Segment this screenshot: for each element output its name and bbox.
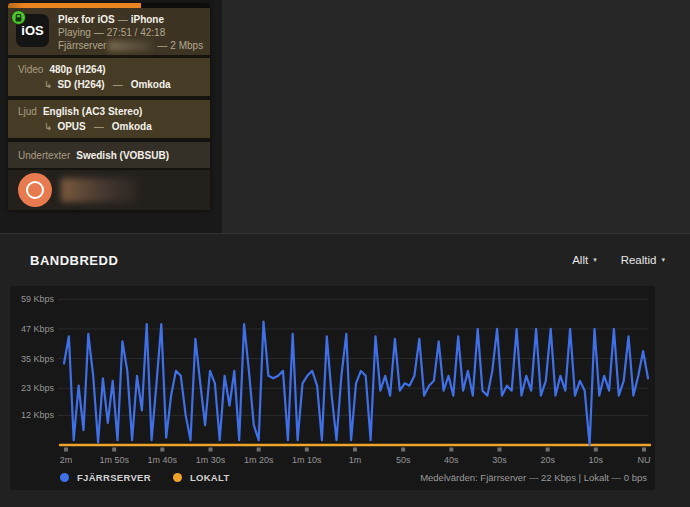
audio-source-format: English (AC3 Stereo) — [43, 105, 142, 118]
legend-label-fjarrserver: FJÄRRSERVER — [77, 472, 151, 483]
chevron-down-icon: ▾ — [593, 256, 597, 264]
separator-dash: — — [118, 14, 128, 25]
content-area-background — [222, 0, 690, 233]
bandwidth-title: BANDBREDD — [30, 253, 118, 268]
legend-dot-fjarrserver — [60, 473, 69, 482]
chart-legend: FJÄRRSERVER LOKALT — [60, 472, 242, 483]
session-user-row[interactable] — [8, 170, 210, 210]
x-tick-label: 1m 10s — [283, 455, 331, 465]
x-tick-label: 1m — [331, 455, 379, 465]
separator-dash: — — [94, 27, 104, 38]
playback-time: 27:51 / 42:18 — [107, 27, 165, 38]
audio-stream-section: Ljud English (AC3 Stereo) ↳ OPUS — Omkod… — [8, 100, 210, 138]
chevron-down-icon: ▾ — [661, 256, 665, 264]
player-name: Plex for iOS — [58, 14, 115, 25]
legend-item-fjarrserver[interactable]: FJÄRRSERVER — [60, 472, 151, 483]
audio-transcode-format: OPUS — [57, 120, 85, 133]
video-source-format: 480p (H264) — [49, 63, 105, 76]
session-title-line: Plex for iOS—iPhone — [58, 13, 206, 26]
x-tick-label: 50s — [379, 455, 427, 465]
bandwidth-filters: Allt ▾ Realtid ▾ — [572, 254, 665, 266]
x-tick-label: 40s — [427, 455, 475, 465]
section-divider — [0, 233, 690, 234]
bandwidth-chart — [10, 286, 655, 468]
video-stream-section: Video 480p (H264) ↳ SD (H264) — Omkoda — [8, 58, 210, 96]
separator-dash: — — [94, 120, 104, 133]
y-tick-label: 12 Kbps — [10, 410, 54, 420]
playback-state: Playing — [58, 27, 91, 38]
separator-dash: — — [113, 78, 123, 91]
x-tick-label: 1m 40s — [138, 455, 186, 465]
legend-label-lokalt: LOKALT — [190, 472, 230, 483]
y-tick-label: 59 Kbps — [10, 294, 54, 304]
transcode-arrow-icon: ↳ — [44, 120, 52, 133]
secure-connection-icon — [11, 10, 26, 25]
x-tick-label: 10s — [572, 455, 620, 465]
x-tick-label: 1m 20s — [235, 455, 283, 465]
platform-badge-text: iOS — [21, 24, 43, 37]
session-header: iOS Plex for iOS—iPhone Playing—27:51 / … — [8, 8, 210, 55]
session-title-block: Plex for iOS—iPhone Playing—27:51 / 42:1… — [58, 13, 206, 52]
user-avatar — [18, 173, 52, 207]
x-tick-label: 1m 50s — [90, 455, 138, 465]
filter-scope-value: Allt — [572, 254, 588, 266]
legend-item-lokalt[interactable]: LOKALT — [173, 472, 230, 483]
subtitle-label: Undertexter — [18, 149, 70, 162]
filter-timerange-value: Realtid — [621, 254, 657, 266]
y-tick-label: 23 Kbps — [10, 383, 54, 393]
audio-label: Ljud — [18, 105, 37, 118]
filter-dropdown-scope[interactable]: Allt ▾ — [572, 254, 597, 266]
x-tick-label: 1m 30s — [187, 455, 235, 465]
separator-dash: — — [157, 40, 167, 51]
redacted-username — [61, 178, 138, 202]
x-tick-label: 2m — [42, 455, 90, 465]
video-label: Video — [18, 63, 43, 76]
device-name: iPhone — [131, 14, 164, 25]
legend-dot-lokalt — [173, 473, 182, 482]
x-tick-label: NU — [620, 455, 668, 465]
x-tick-label: 20s — [524, 455, 572, 465]
chart-footer: FJÄRRSERVER LOKALT Medelvärden: Fjärrser… — [60, 469, 647, 485]
filter-dropdown-timerange[interactable]: Realtid ▾ — [621, 254, 665, 266]
x-tick-label: 30s — [476, 455, 524, 465]
video-transcode-action: Omkoda — [131, 78, 171, 91]
y-tick-label: 35 Kbps — [10, 354, 54, 364]
bandwidth-chart-panel: 59 Kbps47 Kbps35 Kbps23 Kbps12 Kbps 2m1m… — [10, 286, 655, 490]
session-bitrate: 2 Mbps — [170, 40, 203, 51]
subtitle-value: Swedish (VOBSUB) — [76, 149, 169, 162]
video-transcode-format: SD (H264) — [57, 78, 104, 91]
transcode-arrow-icon: ↳ — [44, 78, 52, 91]
bandwidth-averages: Medelvärden: Fjärrserver — 22 Kbps | Lok… — [420, 472, 647, 483]
session-source-line: Fjärrserver—2 Mbps — [58, 39, 206, 52]
now-playing-card[interactable]: iOS Plex for iOS—iPhone Playing—27:51 / … — [8, 3, 210, 210]
avatar-ring-icon — [26, 181, 44, 199]
source-label: Fjärrserver — [58, 40, 106, 51]
audio-transcode-action: Omkoda — [112, 120, 152, 133]
session-state-line: Playing—27:51 / 42:18 — [58, 26, 206, 39]
redacted-address — [108, 41, 152, 51]
bandwidth-header: BANDBREDD Allt ▾ Realtid ▾ — [30, 249, 665, 271]
y-tick-label: 47 Kbps — [10, 324, 54, 334]
subtitle-section: Undertexter Swedish (VOBSUB) — [8, 142, 210, 168]
